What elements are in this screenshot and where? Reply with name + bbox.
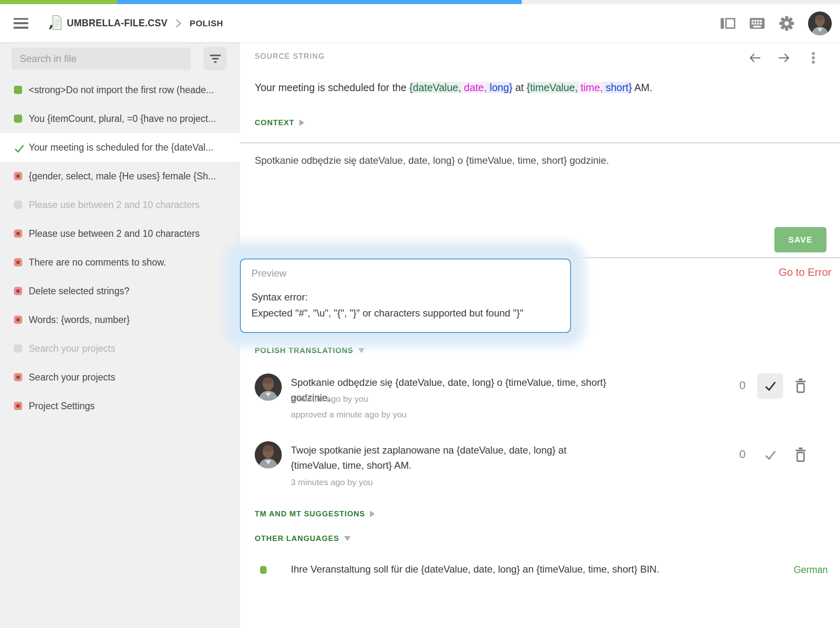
breadcrumb-file-name[interactable]: UMBRELLA-FILE.CSV [67,18,167,29]
keyboard-icon[interactable] [749,15,765,32]
translation-editor[interactable]: Spotkanie odbędzie się dateValue, date, … [255,154,726,167]
string-label: There are no comments to show. [29,257,166,268]
status-error-icon [14,373,22,381]
chevron-right-icon [299,119,304,126]
string-list-item[interactable]: Please use between 2 and 10 characters [0,190,240,219]
settings-gear-icon[interactable] [778,15,795,32]
tm-suggestions-section-toggle[interactable]: TM AND MT SUGGESTIONS [255,509,375,518]
breadcrumb-language[interactable]: POLISH [189,18,223,28]
icu-token-type: time, [578,82,603,93]
icu-token-type: date, [461,82,487,93]
search-input[interactable] [11,48,191,70]
status-error-icon [14,229,22,238]
translations-section-toggle[interactable]: POLISH TRANSLATIONS [255,346,365,355]
more-options-kebab-icon[interactable] [805,50,822,66]
chevron-down-icon [358,348,365,353]
approve-button[interactable] [757,442,783,468]
breadcrumb-chevron-icon [174,18,183,29]
crowdin-editor-window: , UMBRELLA-FILE.CSV POLISH [0,0,840,628]
editor-top-divider [240,142,840,143]
string-list: <strong>Do not import the first row (hea… [0,76,240,420]
sidebar-search-row [0,47,240,71]
string-list-item[interactable]: <strong>Do not import the first row (hea… [0,76,240,104]
string-list-item[interactable]: You {itemCount, plural, =0 {have no proj… [0,104,240,133]
strings-sidebar: <strong>Do not import the first row (hea… [0,42,240,628]
status-error-icon [14,172,22,180]
user-avatar[interactable] [808,11,832,35]
string-list-item[interactable]: Search your projects [0,363,240,392]
translator-avatar [255,374,282,401]
approve-button-active[interactable] [757,373,783,399]
preview-label: Preview [251,268,559,279]
string-label: Delete selected strings? [29,286,129,297]
preview-error-line2: Expected "#", "\u", "{", "}" or characte… [251,305,559,321]
string-label: {gender, select, male {He uses} female {… [29,171,216,182]
menu-icon[interactable] [14,18,28,29]
status-hidden-icon [14,201,22,209]
chevron-right-icon [370,511,375,517]
status-error-icon [14,287,22,295]
other-language-link[interactable]: German [794,564,828,575]
other-language-translation: Ihre Veranstaltung soll für die {dateVal… [291,564,750,575]
string-label: Please use between 2 and 10 characters [29,199,200,211]
editor-panel: SOURCE STRING Your meeting is scheduled … [240,42,840,628]
preview-popup: Preview Syntax error: Expected "#", "\u"… [240,259,571,333]
status-error-icon [14,316,22,324]
go-to-error-link[interactable]: Go to Error [778,266,831,279]
string-label: Search your projects [29,343,115,354]
status-translated-icon [14,115,22,123]
previous-string-arrow-icon[interactable] [747,50,763,66]
other-languages-header: OTHER LANGUAGES [255,534,339,543]
context-section-toggle[interactable]: CONTEXT [255,118,304,127]
string-list-item-selected[interactable]: Your meeting is scheduled for the {dateV… [0,133,240,162]
vote-count: 0 [734,379,751,392]
string-list-item[interactable]: Delete selected strings? [0,277,240,305]
chevron-down-icon [344,536,351,541]
source-string-label: SOURCE STRING [255,52,325,61]
string-list-item[interactable]: There are no comments to show. [0,248,240,277]
translation-meta: 3 minutes ago by you [291,477,373,487]
icu-token-plain: at [512,82,527,93]
string-label: You {itemCount, plural, =0 {have no proj… [29,113,216,124]
string-label: <strong>Do not import the first row (hea… [29,85,214,96]
translations-header: POLISH TRANSLATIONS [255,346,353,355]
filter-icon [209,53,221,64]
next-string-arrow-icon[interactable] [776,50,792,66]
status-error-icon [14,402,22,410]
status-hidden-icon [14,344,22,353]
string-label: Words: {words, number} [29,314,130,325]
icu-token-argument: {dateValue, [409,82,461,93]
status-approved-check-icon [14,143,22,151]
progress-remaining-segment [522,0,840,4]
translation-meta: a minute ago by you [291,394,368,404]
svg-text:,: , [49,15,54,30]
icu-token-format: short} [603,82,632,93]
app-header: , UMBRELLA-FILE.CSV POLISH [0,4,840,42]
other-languages-section-toggle[interactable]: OTHER LANGUAGES [255,534,351,543]
delete-translation-icon[interactable] [792,446,810,464]
progress-approved-segment [0,0,117,4]
string-list-item[interactable]: Project Settings [0,392,240,420]
string-label: Search your projects [29,372,115,383]
translation-text[interactable]: Twoje spotkanie jest zaplanowane na {dat… [291,442,611,473]
progress-translated-segment [117,0,522,4]
save-button[interactable]: SAVE [774,227,826,252]
split-view-icon[interactable] [719,15,736,32]
string-list-item[interactable]: Words: {words, number} [0,305,240,334]
file-progress-bar [0,0,840,4]
vote-count: 0 [734,448,751,461]
filter-button[interactable] [203,47,227,70]
tm-suggestions-header: TM AND MT SUGGESTIONS [255,509,365,518]
source-string-text: Your meeting is scheduled for the {dateV… [255,82,653,94]
context-label: CONTEXT [255,118,294,127]
string-list-item[interactable]: {gender, select, male {He uses} female {… [0,162,240,190]
string-list-item[interactable]: Search your projects [0,334,240,363]
icu-token-plain: AM. [632,82,653,93]
icu-token-plain: Your meeting is scheduled for the [255,82,409,93]
csv-file-icon: , [49,15,62,32]
preview-error-message: Syntax error: Expected "#", "\u", "{", "… [251,289,559,321]
string-list-item[interactable]: Please use between 2 and 10 characters [0,219,240,248]
delete-translation-icon[interactable] [792,377,810,395]
string-label: Your meeting is scheduled for the {dateV… [29,142,213,153]
icu-token-argument: {timeValue, [527,82,578,93]
